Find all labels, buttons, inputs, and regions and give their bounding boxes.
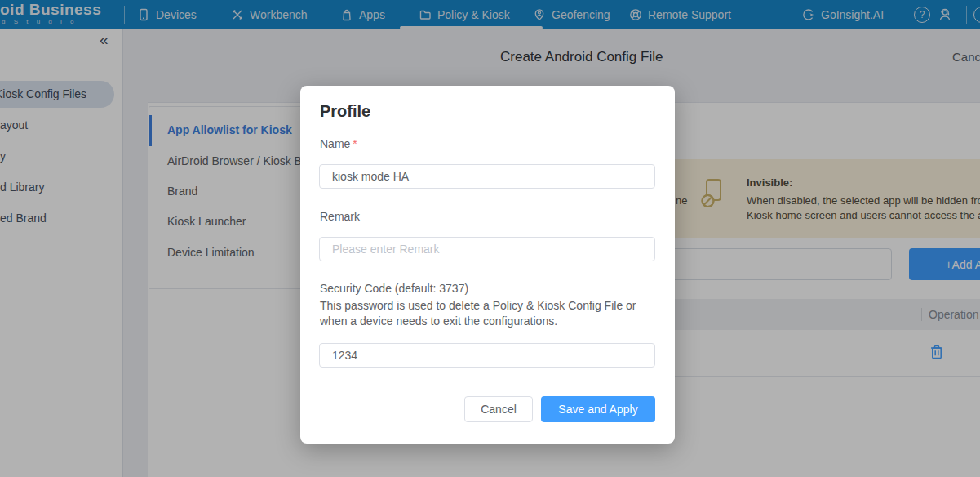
modal-cancel-button[interactable]: Cancel: [464, 396, 533, 422]
security-code-description: when a device needs to exit the configur…: [320, 314, 557, 328]
name-input[interactable]: [319, 164, 655, 189]
security-code-input[interactable]: [319, 343, 655, 368]
remark-input[interactable]: [319, 237, 655, 261]
name-label: Name*: [320, 137, 357, 150]
save-and-apply-button[interactable]: Save and Apply: [541, 396, 655, 422]
required-asterisk: *: [353, 137, 357, 150]
security-code-label: Security Code (default: 3737): [320, 282, 468, 295]
security-code-description: This password is used to delete a Policy…: [320, 299, 636, 312]
remark-label: Remark: [320, 210, 360, 223]
profile-modal: Profile Name* Remark Security Code (defa…: [300, 86, 675, 444]
name-label-text: Name: [320, 137, 350, 150]
modal-title: Profile: [320, 102, 370, 121]
